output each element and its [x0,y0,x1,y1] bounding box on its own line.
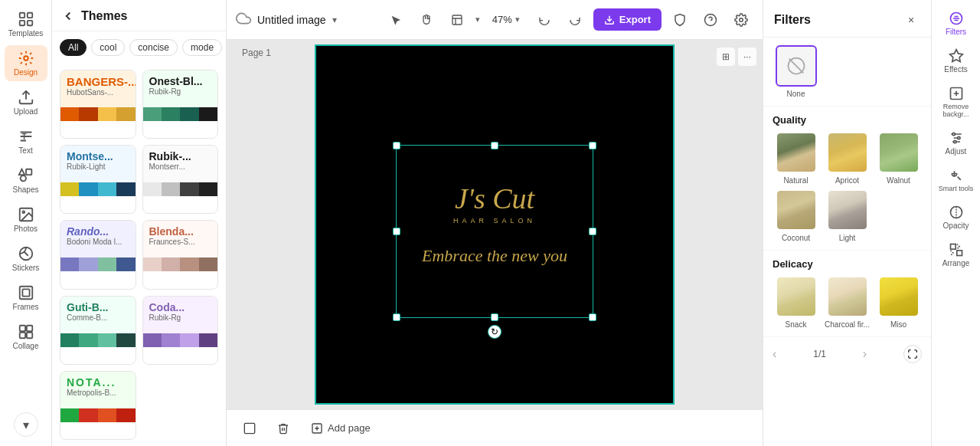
right-item-effects[interactable]: Effects [935,44,978,78]
svg-point-9 [22,211,24,213]
filter-coconut-label: Coconut [782,234,810,242]
svg-rect-14 [26,326,31,331]
theme-card-6[interactable]: Blenda... Fraunces-S... [142,220,219,289]
theme9-secondary-font: Metropolis-B... [67,389,129,397]
sidebar-item-templates[interactable]: Templates [5,6,47,42]
no-filter-icon [786,55,807,77]
filter-none-item[interactable]: None [773,45,819,98]
sidebar-item-design[interactable]: Design [5,45,47,81]
filters-pagination: ‹ 1/1 › [763,337,931,371]
page-more-button[interactable]: ··· [738,48,756,66]
smart-tools-icon [949,168,964,183]
sidebar-item-frames[interactable]: Frames [5,280,47,316]
sidebar-item-shapes[interactable]: Shapes [5,162,47,198]
settings-icon-btn[interactable] [729,8,753,32]
redo-icon [569,14,581,26]
filters-icon [949,11,964,26]
layout-dropdown-icon[interactable]: ▾ [475,15,480,25]
export-button[interactable]: Export [593,8,662,31]
layout-button[interactable] [445,8,469,32]
title-dropdown-icon[interactable]: ▾ [332,15,337,25]
right-item-remove-bg[interactable]: Remove backgr... [935,81,978,123]
theme-card-2[interactable]: Onest-Bl... Rubik-Rg [142,70,219,139]
canvas-frame[interactable]: J's Cut HAAR SALON Embrace the new you ↻ [315,44,675,405]
right-item-filters[interactable]: Filters [935,6,978,41]
adjust-icon [949,130,964,146]
filter-charcoal-item[interactable]: Charcoal fir... [824,276,871,329]
help-icon-btn[interactable] [698,8,723,32]
document-title[interactable]: Untitled image [257,14,326,26]
svg-text:T: T [21,133,27,141]
svg-point-6 [20,175,25,181]
sidebar-item-frames-label: Frames [13,303,39,311]
themes-panel: Themes All cool concise mode ▾ BANGERS-.… [52,0,227,446]
filter-chip-cool[interactable]: cool [91,39,125,56]
svg-rect-13 [19,326,24,331]
filter-quality-grid: Natural Apricot Walnut Coconut [773,132,922,242]
filter-none-section: None [763,38,931,107]
theme-card-4[interactable]: Rubik-... Montserr... [142,145,219,214]
filter-coconut-thumb [776,189,817,231]
delete-icon [277,422,289,435]
filter-chip-mode[interactable]: mode [182,39,222,56]
themes-back-button[interactable] [61,9,75,23]
sidebar-item-stickers[interactable]: Stickers [5,241,47,277]
pagination-next-button[interactable]: › [863,347,867,361]
filter-apricot-item[interactable]: Apricot [824,132,871,185]
canvas-salon-label: HAAR SALON [453,217,536,225]
svg-point-4 [24,56,28,61]
theme-card-7[interactable]: Guti-B... Comme-B... [60,296,136,365]
filter-delicacy-title: Delicacy [773,258,922,270]
theme4-primary-font: Rubik-... [149,150,212,162]
right-item-opacity[interactable]: Opacity [935,200,978,234]
filter-coconut-item[interactable]: Coconut [773,189,819,242]
shapes-icon [18,167,34,184]
zoom-control[interactable]: 47% ▾ [486,11,526,28]
back-arrow-icon [61,9,75,23]
delete-button[interactable] [270,418,297,439]
filter-natural-item[interactable]: Natural [773,132,819,185]
right-item-arrange[interactable]: Arrange [935,238,978,272]
theme4-colors [143,182,218,196]
undo-button[interactable] [532,8,557,32]
right-item-adjust[interactable]: Adjust [935,126,978,160]
filter-light-thumb [827,189,868,231]
cursor-tool-button[interactable] [384,8,408,32]
theme-card-5[interactable]: Rando... Bodoni Moda l... [60,220,136,289]
sidebar-item-photos[interactable]: Photos [5,202,47,238]
filter-chip-all[interactable]: All [60,39,87,56]
zoom-level: 47% [492,14,512,25]
filter-delicacy-section: Delicacy Snack Charcoal fir... Miso [763,251,931,337]
redo-button[interactable] [563,8,587,32]
theme1-colors [60,107,136,121]
svg-rect-3 [27,21,31,25]
pagination-prev-button[interactable]: ‹ [773,347,776,361]
filter-chip-concise[interactable]: concise [129,39,178,56]
theme4-secondary-font: Montserr... [149,162,212,171]
theme-card-1[interactable]: BANGERS-... HubotSans-... [60,70,136,139]
shield-icon-btn[interactable] [668,8,692,32]
filter-walnut-item[interactable]: Walnut [875,132,922,185]
canvas-container[interactable]: Page 1 ⊞ ··· ··· [227,40,763,409]
sidebar-item-text[interactable]: T Text [5,123,47,159]
hand-tool-button[interactable] [414,8,439,32]
filters-expand-button[interactable] [903,345,922,363]
sidebar-item-collage[interactable]: Collage [5,319,47,355]
right-item-smart-tools[interactable]: Smart tools [935,163,978,197]
page-resize-button[interactable]: ⊞ [717,48,735,66]
filter-light-item[interactable]: Light [824,189,871,242]
add-page-button[interactable]: Add page [303,418,378,439]
theme8-colors [143,333,218,347]
scroll-down-button[interactable]: ▾ [14,412,38,437]
filters-close-button[interactable]: × [902,11,920,29]
filter-miso-item[interactable]: Miso [875,276,922,329]
filter-snack-item[interactable]: Snack [773,276,819,329]
sidebar-item-upload[interactable]: Upload [5,84,47,120]
toolbar-left: Untitled image ▾ [236,11,377,29]
right-item-effects-label: Effects [944,65,967,74]
themes-header: Themes [52,0,226,31]
page-icon-button[interactable] [236,418,263,439]
theme-card-9[interactable]: NOTA... Metropolis-B... [60,371,136,440]
theme-card-8[interactable]: Coda... Rubik-Rg [142,296,219,365]
theme-card-3[interactable]: Montse... Rubik-Light [60,145,136,214]
